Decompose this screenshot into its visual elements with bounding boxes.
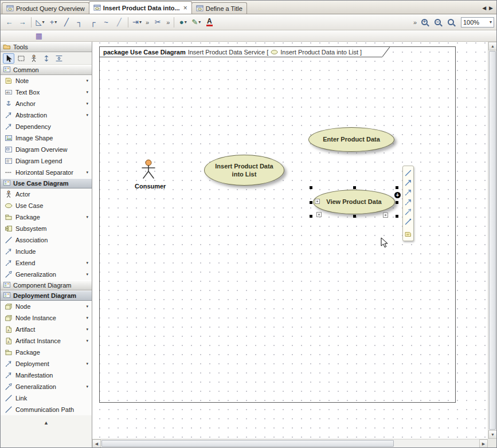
tab-define-a-title[interactable]: Define a Title bbox=[191, 2, 247, 14]
tab-product-query-overview[interactable]: Product Query Overview bbox=[2, 2, 89, 14]
edit-tools-overflow-button[interactable]: » bbox=[165, 19, 171, 26]
selection-handle-s[interactable] bbox=[353, 215, 356, 218]
palette-item-package[interactable]: Package bbox=[1, 347, 92, 358]
zoom-out-button[interactable]: − bbox=[432, 16, 445, 29]
selection-modifier-bottom-right[interactable] bbox=[383, 213, 388, 218]
vertical-scroll-thumb[interactable] bbox=[489, 51, 496, 430]
palette-item-subsystem[interactable]: Subsystem bbox=[1, 223, 92, 234]
sidebar-section-use-case-diagram[interactable]: Use Case Diagram bbox=[1, 178, 92, 188]
diagram-canvas[interactable]: package Use Case Diagram Insert Product … bbox=[92, 42, 488, 439]
distribute-vertical-button[interactable] bbox=[41, 53, 52, 64]
palette-item-abstraction[interactable]: Abstraction▾ bbox=[1, 109, 92, 121]
dropdown-caret-icon[interactable]: ▾ bbox=[86, 78, 89, 83]
oblique-path-button[interactable]: ╱ bbox=[113, 16, 126, 29]
quick-actor-tool-button[interactable] bbox=[28, 53, 40, 64]
attach-path-button[interactable]: ⇥▾ bbox=[131, 16, 143, 29]
palette-item-note[interactable]: Note▾ bbox=[1, 75, 92, 87]
dropdown-caret-icon[interactable]: ▾ bbox=[86, 261, 89, 265]
selection-modifier-left[interactable] bbox=[315, 199, 320, 204]
toolbar-overflow-button[interactable]: » bbox=[412, 19, 418, 26]
dropdown-caret-icon[interactable]: ▾ bbox=[86, 327, 89, 332]
pen-style-button[interactable]: ✎▾ bbox=[190, 16, 202, 29]
sidebar-section-tools[interactable]: Tools bbox=[1, 42, 92, 52]
note-tool[interactable] bbox=[404, 230, 413, 238]
palette-item-artifact[interactable]: AArtifact▾ bbox=[1, 324, 92, 335]
selection-handle-sw[interactable] bbox=[310, 215, 312, 218]
palette-item-generalization[interactable]: Generalization▾ bbox=[1, 269, 92, 280]
scroll-left-button[interactable]: ◀ bbox=[92, 439, 101, 448]
dropdown-caret-icon[interactable]: ▾ bbox=[86, 215, 89, 219]
distribute-horizontal-button[interactable] bbox=[53, 53, 65, 64]
dropdown-caret-icon[interactable]: ▾ bbox=[86, 113, 89, 117]
usecase-insert-product-data-into-list[interactable]: Insert Product Data into List bbox=[204, 155, 284, 186]
palette-item-artifact-instance[interactable]: AArtifact Instance▾ bbox=[1, 335, 92, 347]
actor-consumer[interactable]: Consumer bbox=[135, 159, 162, 190]
palette-item-association[interactable]: Association bbox=[1, 234, 92, 246]
curved-path-button[interactable]: ~ bbox=[100, 16, 112, 29]
back-button[interactable]: ← bbox=[3, 16, 15, 29]
palette-item-communication-path[interactable]: Communication Path bbox=[1, 404, 92, 415]
palette-item-node-instance[interactable]: Node Instance▾ bbox=[1, 312, 92, 324]
add-relation-handle[interactable]: + bbox=[394, 192, 401, 198]
sidebar-section-common[interactable]: Common bbox=[1, 65, 92, 75]
palette-item-diagram-legend[interactable]: Diagram Legend bbox=[1, 155, 92, 167]
dropdown-caret-icon[interactable]: ▾ bbox=[86, 316, 89, 320]
anchor-to-note-tool[interactable] bbox=[404, 217, 413, 226]
palette-item-node[interactable]: Node▾ bbox=[1, 301, 92, 312]
palette-item-include[interactable]: Include bbox=[1, 246, 92, 257]
rectilinear-path-button[interactable]: ┐ bbox=[73, 16, 86, 29]
swimlane-grid-button[interactable]: ▦ bbox=[33, 30, 45, 42]
marquee-tool-button[interactable] bbox=[15, 53, 27, 64]
selection-handle-e[interactable] bbox=[396, 201, 398, 204]
tab-insert-product-data-into[interactable]: Insert Product Data into...× bbox=[89, 1, 192, 14]
scroll-up-button[interactable]: ▲ bbox=[488, 42, 497, 50]
selection-modifier-bottom-left[interactable] bbox=[316, 212, 322, 217]
palette-item-link[interactable]: Link bbox=[1, 392, 92, 404]
sidebar-section-deployment-diagram[interactable]: Deployment Diagram bbox=[1, 290, 92, 301]
split-path-button[interactable]: ✂ bbox=[151, 16, 164, 29]
vertical-scrollbar[interactable]: ▲ ▼ bbox=[488, 42, 496, 439]
selection-handle-w[interactable] bbox=[310, 201, 312, 204]
dropdown-caret-icon[interactable]: ▾ bbox=[86, 304, 89, 309]
dropdown-caret-icon[interactable]: ▾ bbox=[86, 384, 89, 389]
draw-path-tool[interactable] bbox=[404, 168, 413, 177]
palette-item-horizontal-separator[interactable]: Horizontal Separator▾ bbox=[1, 167, 92, 178]
palette-item-text-box[interactable]: abcText Box▾ bbox=[1, 87, 92, 98]
zoom-in-button[interactable]: + bbox=[419, 16, 432, 29]
palette-item-dependency[interactable]: Dependency bbox=[1, 121, 92, 132]
horizontal-scroll-thumb[interactable] bbox=[101, 440, 394, 447]
selection-handle-ne[interactable] bbox=[396, 186, 398, 189]
sidebar-section-component-diagram[interactable]: Component Diagram bbox=[1, 280, 92, 290]
scroll-tabs-right-button[interactable]: ▶ bbox=[489, 5, 493, 11]
fill-color-button[interactable]: ●▾ bbox=[177, 16, 189, 29]
scroll-down-button[interactable]: ▼ bbox=[488, 430, 497, 439]
line-path-button[interactable]: ╱ bbox=[60, 16, 73, 29]
palette-item-extend[interactable]: Extend▾ bbox=[1, 257, 92, 269]
palette-item-package[interactable]: Package▾ bbox=[1, 211, 92, 223]
dropdown-caret-icon[interactable]: ▾ bbox=[86, 361, 89, 366]
zoom-level-select[interactable]: 100%▾ bbox=[461, 17, 494, 27]
include-tool[interactable] bbox=[404, 198, 413, 206]
palette-item-deployment[interactable]: Deployment▾ bbox=[1, 358, 92, 370]
selection-handle-n[interactable] bbox=[353, 186, 356, 189]
scroll-tabs-left-button[interactable]: ◀ bbox=[482, 5, 486, 11]
quick-draw-tool-button[interactable]: ◺▾ bbox=[34, 16, 46, 29]
path-tools-overflow-button[interactable]: » bbox=[144, 19, 151, 26]
zoom-fit-button[interactable] bbox=[445, 16, 458, 29]
palette-item-use-case[interactable]: Use Case bbox=[1, 200, 92, 211]
select-tool-button[interactable] bbox=[3, 53, 14, 64]
scroll-right-button[interactable]: ▶ bbox=[479, 439, 488, 448]
usecase-enter-product-data[interactable]: Enter Product Data bbox=[308, 127, 394, 152]
generalization-tool[interactable] bbox=[404, 207, 413, 216]
forward-button[interactable]: → bbox=[16, 16, 29, 29]
horizontal-scrollbar[interactable]: ◀ ▶ bbox=[92, 439, 488, 447]
palette-item-actor[interactable]: Actor bbox=[1, 188, 92, 200]
dropdown-caret-icon[interactable]: ▾ bbox=[86, 90, 89, 95]
dependency-tool[interactable] bbox=[404, 188, 413, 197]
palette-item-anchor[interactable]: Anchor▾ bbox=[1, 98, 92, 109]
collapse-palette-button[interactable]: ▲ bbox=[1, 420, 92, 426]
rounded-path-button[interactable]: ┌ bbox=[87, 16, 99, 29]
selection-handle-nw[interactable] bbox=[310, 186, 312, 189]
dropdown-caret-icon[interactable]: ▾ bbox=[86, 101, 89, 106]
font-color-button[interactable]: A bbox=[203, 16, 216, 29]
